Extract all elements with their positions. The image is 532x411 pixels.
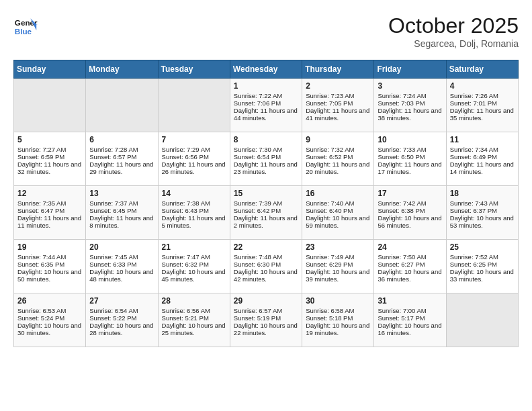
table-row: 14Sunrise: 7:38 AMSunset: 6:43 PMDayligh… [158,186,230,240]
daylight-label: Daylight: 10 hours and 56 minutes. [378,214,441,229]
day-number: 26 [17,296,82,306]
sunrise-label: Sunrise: 7:24 AM [378,92,426,99]
header-saturday: Saturday [446,60,518,79]
sunset-label: Sunset: 6:52 PM [306,153,353,161]
table-row: 11Sunrise: 7:34 AMSunset: 6:49 PMDayligh… [446,132,518,186]
table-row: 23Sunrise: 7:49 AMSunset: 6:29 PMDayligh… [302,240,374,293]
day-number: 23 [306,242,370,252]
day-number: 24 [378,242,442,252]
sunrise-label: Sunrise: 7:52 AM [450,253,498,261]
daylight-label: Daylight: 10 hours and 53 minutes. [450,214,514,229]
sunset-label: Sunset: 6:40 PM [306,207,353,214]
calendar-week-row: 19Sunrise: 7:44 AMSunset: 6:35 PMDayligh… [14,240,519,293]
daylight-label: Daylight: 10 hours and 39 minutes. [306,268,369,283]
table-row: 18Sunrise: 7:43 AMSunset: 6:37 PMDayligh… [446,186,518,240]
calendar-table: Sunday Monday Tuesday Wednesday Thursday… [13,60,519,347]
daylight-label: Daylight: 11 hours and 5 minutes. [162,214,226,229]
sunrise-label: Sunrise: 7:40 AM [306,199,354,207]
sunrise-label: Sunrise: 6:58 AM [306,307,354,314]
table-row: 13Sunrise: 7:37 AMSunset: 6:45 PMDayligh… [86,186,158,240]
sunrise-label: Sunrise: 6:53 AM [17,307,66,314]
sunset-label: Sunset: 6:30 PM [234,261,281,268]
day-number: 8 [234,135,298,144]
header-tuesday: Tuesday [158,60,230,79]
table-row: 19Sunrise: 7:44 AMSunset: 6:35 PMDayligh… [14,240,86,293]
sunset-label: Sunset: 6:54 PM [234,153,281,161]
day-number: 25 [450,242,515,252]
sunset-label: Sunset: 6:35 PM [17,261,64,268]
daylight-label: Daylight: 11 hours and 8 minutes. [89,214,153,229]
table-row: 9Sunrise: 7:32 AMSunset: 6:52 PMDaylight… [302,132,374,186]
table-row: 1Sunrise: 7:22 AMSunset: 7:06 PMDaylight… [230,79,302,132]
day-number: 16 [306,189,370,198]
daylight-label: Daylight: 10 hours and 28 minutes. [89,322,153,336]
sunrise-label: Sunrise: 7:49 AM [306,253,354,261]
day-number: 6 [89,135,154,144]
day-number: 7 [162,135,226,144]
day-number: 22 [234,242,298,252]
sunrise-label: Sunrise: 7:39 AM [234,199,282,207]
weekday-header-row: Sunday Monday Tuesday Wednesday Thursday… [14,60,519,79]
day-number: 13 [89,189,154,198]
daylight-label: Daylight: 11 hours and 20 minutes. [306,161,369,175]
daylight-label: Daylight: 11 hours and 23 minutes. [234,161,298,175]
sunset-label: Sunset: 6:49 PM [450,153,497,161]
sunrise-label: Sunrise: 7:00 AM [378,307,426,314]
sunrise-label: Sunrise: 7:33 AM [378,146,426,153]
table-row: 15Sunrise: 7:39 AMSunset: 6:42 PMDayligh… [230,186,302,240]
table-row: 10Sunrise: 7:33 AMSunset: 6:50 PMDayligh… [374,132,446,186]
daylight-label: Daylight: 10 hours and 36 minutes. [378,268,441,283]
sunrise-label: Sunrise: 7:37 AM [89,199,138,207]
logo-icon: General Blue [13,13,38,38]
table-row [446,293,518,347]
day-number: 9 [306,135,370,144]
day-number: 14 [162,189,226,198]
header-thursday: Thursday [302,60,374,79]
table-row: 16Sunrise: 7:40 AMSunset: 6:40 PMDayligh… [302,186,374,240]
sunset-label: Sunset: 6:38 PM [378,207,425,214]
sunset-label: Sunset: 6:59 PM [17,153,64,161]
sunset-label: Sunset: 6:27 PM [378,261,425,268]
table-row [158,79,230,132]
calendar-week-row: 26Sunrise: 6:53 AMSunset: 5:24 PMDayligh… [14,293,519,347]
sunset-label: Sunset: 5:17 PM [378,314,425,322]
calendar-week-row: 12Sunrise: 7:35 AMSunset: 6:47 PMDayligh… [14,186,519,240]
sunset-label: Sunset: 6:42 PM [234,207,281,214]
table-row: 20Sunrise: 7:45 AMSunset: 6:33 PMDayligh… [86,240,158,293]
daylight-label: Daylight: 10 hours and 59 minutes. [306,214,369,229]
day-number: 29 [234,296,298,306]
sunset-label: Sunset: 6:25 PM [450,261,497,268]
day-number: 31 [378,296,442,306]
table-row: 22Sunrise: 7:48 AMSunset: 6:30 PMDayligh… [230,240,302,293]
day-number: 21 [162,242,226,252]
sunset-label: Sunset: 6:43 PM [162,207,209,214]
header-wednesday: Wednesday [230,60,302,79]
table-row: 30Sunrise: 6:58 AMSunset: 5:18 PMDayligh… [302,293,374,347]
daylight-label: Daylight: 10 hours and 42 minutes. [234,268,298,283]
sunset-label: Sunset: 5:18 PM [306,314,353,322]
logo: General Blue [13,13,38,38]
daylight-label: Daylight: 10 hours and 19 minutes. [306,322,369,336]
day-number: 17 [378,189,442,198]
day-number: 28 [162,296,226,306]
calendar-week-row: 5Sunrise: 7:27 AMSunset: 6:59 PMDaylight… [14,132,519,186]
table-row: 2Sunrise: 7:23 AMSunset: 7:05 PMDaylight… [302,79,374,132]
sunset-label: Sunset: 7:06 PM [234,99,281,107]
daylight-label: Daylight: 11 hours and 14 minutes. [450,161,514,175]
daylight-label: Daylight: 11 hours and 32 minutes. [17,161,81,175]
day-number: 19 [17,242,82,252]
daylight-label: Daylight: 11 hours and 41 minutes. [306,107,369,122]
day-number: 18 [450,189,515,198]
daylight-label: Daylight: 10 hours and 33 minutes. [450,268,514,283]
sunset-label: Sunset: 6:45 PM [89,207,136,214]
calendar-subtitle: Segarcea, Dolj, Romania [388,38,519,49]
table-row: 5Sunrise: 7:27 AMSunset: 6:59 PMDaylight… [14,132,86,186]
sunrise-label: Sunrise: 7:38 AM [162,199,210,207]
header-friday: Friday [374,60,446,79]
table-row: 24Sunrise: 7:50 AMSunset: 6:27 PMDayligh… [374,240,446,293]
daylight-label: Daylight: 10 hours and 45 minutes. [162,268,226,283]
day-number: 3 [378,81,442,91]
daylight-label: Daylight: 10 hours and 48 minutes. [89,268,153,283]
sunset-label: Sunset: 5:21 PM [162,314,209,322]
sunrise-label: Sunrise: 7:44 AM [17,253,66,261]
